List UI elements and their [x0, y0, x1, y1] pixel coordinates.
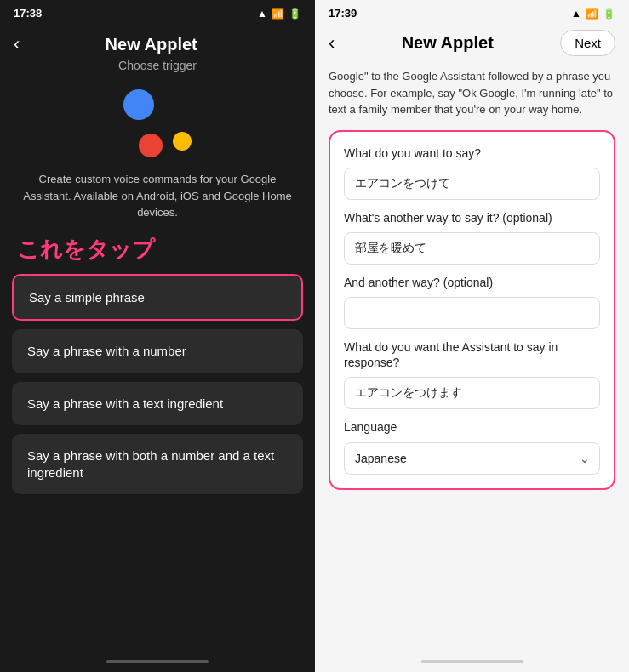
form-card: What do you want to say? What's another …: [329, 130, 615, 490]
option-button-number-label: Say a phrase with a number: [27, 344, 186, 358]
status-icons-left: ▲ 📶 🔋: [257, 8, 301, 20]
battery-icon-right: 🔋: [603, 8, 615, 20]
option-button-both[interactable]: Say a phrase with both a number and a te…: [12, 434, 303, 494]
status-bar-left: 17:38 ▲ 📶 🔋: [0, 0, 315, 25]
time-right: 17:39: [329, 7, 357, 20]
field4-label: What do you want the Assistant to say in…: [344, 339, 600, 370]
signal-icon-right: ▲: [571, 8, 581, 20]
right-title-container: New Applet: [335, 33, 560, 53]
back-button-left[interactable]: ‹: [14, 33, 20, 55]
option-button-number[interactable]: Say a phrase with a number: [12, 329, 303, 373]
tap-label: これをタップ: [0, 235, 315, 265]
circle-blue: [123, 89, 154, 120]
option-button-text[interactable]: Say a phrase with a text ingredient: [12, 382, 303, 426]
left-title: New Applet: [26, 35, 276, 54]
circle-yellow: [173, 132, 192, 151]
field2-input[interactable]: [344, 232, 600, 265]
option-button-text-label: Say a phrase with a text ingredient: [27, 396, 223, 411]
signal-icon-left: ▲: [257, 8, 267, 20]
battery-icon-left: 🔋: [289, 8, 301, 20]
status-icons-right: ▲ 📶 🔋: [571, 8, 615, 20]
home-indicator-right: [421, 660, 523, 663]
circle-red: [139, 134, 163, 157]
left-header: ‹ New Applet: [0, 25, 315, 59]
right-panel: 17:39 ▲ 📶 🔋 ‹ New Applet Next Google" to…: [315, 0, 629, 672]
google-assistant-logo: [0, 89, 315, 157]
left-description: Create custom voice commands for your Go…: [0, 171, 315, 221]
right-header: ‹ New Applet Next: [315, 25, 629, 65]
field3-label: And another way? (optional): [344, 275, 600, 290]
field2-label: What's another way to say it? (optional): [344, 210, 600, 225]
time-left: 17:38: [14, 7, 42, 20]
left-subtitle: Choose trigger: [0, 59, 315, 72]
left-title-container: New Applet: [26, 35, 276, 54]
option-button-simple-label: Say a simple phrase: [29, 290, 145, 305]
option-button-both-label: Say a phrase with both a number and a te…: [27, 448, 274, 480]
left-panel: 17:38 ▲ 📶 🔋 ‹ New Applet Choose trigger …: [0, 0, 315, 672]
logo-circles: [123, 89, 192, 157]
right-content: Google" to the Google Assistant followed…: [315, 65, 629, 653]
language-select[interactable]: Japanese English Spanish French German: [344, 442, 600, 475]
language-select-wrapper: Japanese English Spanish French German ⌄: [344, 442, 600, 475]
wifi-icon-left: 📶: [272, 8, 284, 20]
field1-label: What do you want to say?: [344, 145, 600, 161]
language-label: Language: [344, 419, 600, 435]
field4-input[interactable]: [344, 377, 600, 409]
field1-input[interactable]: [344, 168, 600, 200]
home-indicator-left: [106, 660, 209, 663]
option-button-simple[interactable]: Say a simple phrase: [12, 274, 303, 322]
back-button-right[interactable]: ‹: [329, 32, 335, 54]
wifi-icon-right: 📶: [586, 8, 598, 20]
status-bar-right: 17:39 ▲ 📶 🔋: [315, 0, 629, 25]
field3-input[interactable]: [344, 297, 600, 329]
next-button[interactable]: Next: [560, 30, 615, 56]
right-title: New Applet: [402, 33, 494, 52]
intro-text: Google" to the Google Assistant followed…: [329, 65, 615, 118]
